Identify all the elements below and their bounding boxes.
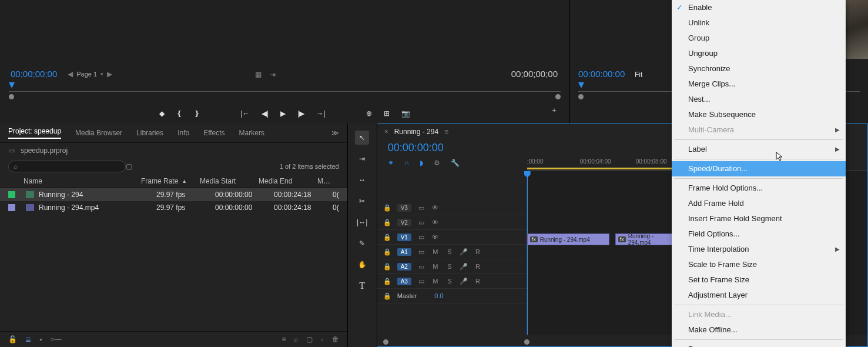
track-a2[interactable]: 🔒A2▭MS🎤R [377, 259, 527, 274]
step-forward-button[interactable]: |▶ [297, 109, 304, 118]
menu-item-nest[interactable]: Nest... [672, 92, 846, 107]
lock-icon[interactable]: 🔒 [383, 278, 391, 285]
panel-menu-icon[interactable]: ≫ [331, 129, 339, 137]
menu-item-speed-duration[interactable]: Speed/Duration... [672, 161, 846, 176]
new-item-button[interactable]: ▫ [321, 335, 323, 343]
source-scrub-bar[interactable] [9, 84, 561, 99]
new-bin-icon[interactable]: ▢ [126, 162, 132, 171]
lock-icon[interactable]: 🔒 [383, 292, 391, 300]
menu-item-frame-hold-options[interactable]: Frame Hold Options... [672, 181, 846, 196]
slip-tool[interactable]: |↔| [355, 215, 369, 229]
lock-icon[interactable]: 🔒 [383, 233, 391, 241]
label-chip[interactable] [8, 204, 15, 211]
lock-icon[interactable]: 🔒 [383, 248, 391, 256]
toggle-output-icon[interactable]: ▭ [417, 248, 425, 256]
menu-item-insert-frame-hold-segment[interactable]: Insert Frame Hold Segment [672, 211, 846, 226]
tab-info[interactable]: Info [177, 129, 189, 137]
menu-item-make-subsequence[interactable]: Make Subsequence [672, 107, 846, 122]
fx-badge[interactable]: fx [530, 236, 538, 242]
lock-icon[interactable]: 🔓 [8, 335, 17, 343]
program-timecode[interactable]: 00:00:00:00 [578, 69, 625, 79]
tab-markers[interactable]: Markers [239, 129, 264, 137]
playhead-icon[interactable] [9, 82, 15, 88]
menu-item-ungroup[interactable]: Ungroup [672, 46, 846, 61]
menu-item-rename[interactable]: Rename... [672, 342, 846, 347]
close-tab-icon[interactable]: × [384, 128, 388, 136]
bin-icon[interactable]: ▭ [8, 146, 15, 155]
track-select-tool[interactable]: ⇥ [355, 152, 369, 166]
razor-tool[interactable]: ✂ [355, 194, 369, 208]
lock-icon[interactable]: 🔒 [383, 263, 391, 271]
eye-icon[interactable]: 👁 [431, 219, 440, 226]
playhead[interactable] [527, 171, 528, 335]
menu-item-enable[interactable]: ✓Enable [672, 0, 846, 15]
track-v1[interactable]: 🔒V1▭👁 [377, 230, 527, 245]
zoom-handle-left[interactable] [383, 339, 388, 345]
mark-out-button[interactable]: ❵ [194, 109, 200, 118]
zoom-handle-right[interactable] [555, 94, 561, 99]
go-to-in-button[interactable]: |← [241, 109, 250, 118]
toggle-output-icon[interactable]: ▭ [417, 263, 425, 271]
track-master[interactable]: 🔒Master0.0⏮⏭ [377, 289, 527, 303]
button-editor-icon[interactable]: ＋ [551, 105, 558, 115]
type-tool[interactable]: T [355, 279, 369, 293]
find-icon[interactable]: ⌕ [294, 335, 298, 343]
lock-icon[interactable]: 🔒 [383, 219, 391, 226]
ripple-edit-tool[interactable]: ↔ [355, 173, 369, 187]
new-bin-button[interactable]: ▢ [306, 335, 313, 343]
tab-libraries[interactable]: Libraries [136, 129, 163, 137]
eye-icon[interactable]: 👁 [431, 204, 440, 211]
freeform-view-icon[interactable]: ○— [50, 335, 61, 343]
menu-item-make-offline[interactable]: Make Offline... [672, 322, 846, 338]
label-chip[interactable] [8, 191, 15, 198]
timeline-timecode[interactable]: 00:00:00:00 [388, 142, 444, 154]
page-next-icon[interactable]: ▶ [107, 70, 112, 78]
timeline-settings-icon[interactable]: ⚙ [434, 159, 440, 167]
menu-item-field-options[interactable]: Field Options... [672, 226, 846, 242]
menu-item-time-interpolation[interactable]: Time Interpolation▶ [672, 242, 846, 257]
project-row[interactable]: Running - 294 29.97 fps 00:00:00:00 00:0… [0, 188, 347, 201]
mic-icon[interactable]: 🎤 [460, 248, 468, 256]
mic-icon[interactable]: 🎤 [460, 278, 468, 285]
add-marker-icon[interactable]: ◗ [420, 159, 423, 167]
toggle-output-icon[interactable]: ▭ [417, 233, 425, 241]
menu-item-unlink[interactable]: Unlink [672, 15, 846, 31]
col-media-dur[interactable]: M… [317, 177, 330, 185]
menu-item-synchronize[interactable]: Synchronize [672, 61, 846, 76]
overwrite-button[interactable]: ⊞ [384, 109, 390, 118]
snap-icon[interactable]: ⁕ [388, 159, 394, 167]
toggle-output-icon[interactable]: ▭ [417, 204, 425, 212]
tab-effects[interactable]: Effects [203, 129, 224, 137]
work-area-bar[interactable] [527, 168, 674, 169]
add-marker-button[interactable]: ◆ [159, 109, 165, 118]
marker-panel-icon[interactable]: ▦ [255, 71, 262, 79]
page-dropdown-icon[interactable]: ▾ [100, 71, 103, 77]
menu-item-scale-to-frame-size[interactable]: Scale to Frame Size [672, 257, 846, 272]
pen-tool[interactable]: ✎ [355, 236, 369, 251]
eye-icon[interactable]: 👁 [431, 233, 440, 241]
project-row[interactable]: Running - 294.mp4 29.97 fps 00:00:00:00 … [0, 201, 347, 214]
menu-item-merge-clips[interactable]: Merge Clips... [672, 76, 846, 92]
toggle-output-icon[interactable]: ▭ [417, 278, 425, 285]
menu-item-adjustment-layer[interactable]: Adjustment Layer [672, 288, 846, 303]
timeline-clip[interactable]: fxRunning - 294.mp4 [615, 233, 674, 245]
delete-button[interactable]: 🗑 [332, 335, 339, 343]
track-v3[interactable]: 🔒V3▭👁 [377, 201, 527, 215]
playhead-icon[interactable] [578, 82, 584, 88]
zoom-handle-right[interactable] [524, 339, 529, 345]
menu-item-set-to-frame-size[interactable]: Set to Frame Size [672, 272, 846, 288]
linked-selection-icon[interactable]: ∩ [404, 159, 410, 167]
play-button[interactable]: ▶ [280, 109, 286, 118]
sequence-tab[interactable]: Running - 294 [394, 128, 438, 136]
mic-icon[interactable]: 🎤 [460, 263, 468, 271]
col-media-end[interactable]: Media End [259, 177, 317, 185]
lock-icon[interactable]: 🔒 [383, 204, 391, 212]
track-a3[interactable]: 🔒A3▭MS🎤R [377, 274, 527, 289]
page-label[interactable]: Page 1 [76, 71, 97, 78]
mark-in-button[interactable]: ❴ [176, 109, 182, 118]
timeline-clip[interactable]: fxRunning - 294.mp4 [527, 233, 609, 245]
toggle-output-icon[interactable]: ▭ [417, 219, 425, 226]
fit-dropdown[interactable]: Fit [635, 71, 642, 79]
list-view-icon[interactable]: ≣ [25, 335, 31, 343]
search-input[interactable]: ⌕ [8, 161, 126, 172]
